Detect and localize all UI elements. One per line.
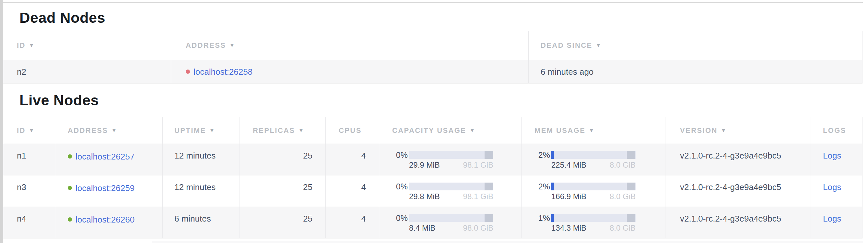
mem-bar-fill xyxy=(551,214,554,222)
node-logs-link[interactable]: Logs xyxy=(823,182,841,192)
sort-desc-icon: ▼ xyxy=(111,127,117,134)
capacity-values-row: 8.4 MiB 98.0 GiB xyxy=(409,224,493,232)
sort-desc-icon: ▼ xyxy=(29,42,34,49)
live-column-header-id[interactable]: ID ▼ xyxy=(3,117,56,143)
dead-column-header-id[interactable]: ID ▼ xyxy=(3,31,171,60)
column-label: ID xyxy=(17,41,26,50)
live-column-header-replicas[interactable]: REPLICAS ▼ xyxy=(240,117,326,143)
capacity-total-value: 98.1 GiB xyxy=(463,161,493,169)
dead-nodes-header-row: ID ▼ ADDRESS ▼ DEAD SINCE ▼ xyxy=(3,31,863,60)
live-nodes-table: ID ▼ ADDRESS ▼ UPTIME ▼ REPLICAS ▼ CPUS xyxy=(3,117,863,239)
mem-bar-row: 1% xyxy=(522,214,665,222)
sort-desc-icon: ▼ xyxy=(29,127,34,134)
sort-desc-icon: ▼ xyxy=(229,42,235,49)
capacity-bar-chart xyxy=(409,151,493,159)
mem-bar-chart xyxy=(551,214,636,222)
dead-column-header-dead-since[interactable]: DEAD SINCE ▼ xyxy=(529,31,863,60)
column-label: VERSION xyxy=(680,126,718,135)
node-address-cell: localhost:26258 xyxy=(171,60,529,83)
capacity-bar-row: 0% xyxy=(379,151,521,159)
node-version-cell: v2.1.0-rc.2-4-g3e9a4e9bc5 xyxy=(665,176,811,207)
node-replicas-cell: 25 xyxy=(240,207,326,238)
mem-values-row: 225.4 MiB 8.0 GiB xyxy=(551,161,636,169)
live-column-header-logs: LOGS xyxy=(811,117,863,143)
live-nodes-header-row: ID ▼ ADDRESS ▼ UPTIME ▼ REPLICAS ▼ CPUS xyxy=(3,117,863,144)
node-cpus-cell: 4 xyxy=(326,144,379,175)
column-label: UPTIME xyxy=(175,126,206,135)
column-label: ID xyxy=(17,126,26,135)
address-wrap: localhost:26257 xyxy=(68,152,134,161)
mem-values-row: 166.9 MiB 8.0 GiB xyxy=(551,192,636,201)
capacity-bar-chart xyxy=(409,214,493,222)
mem-percent-label: 2% xyxy=(522,150,550,160)
capacity-percent-label: 0% xyxy=(379,213,408,223)
live-column-header-capacity-usage[interactable]: CAPACITY USAGE ▼ xyxy=(379,117,522,143)
mem-bar-row: 2% xyxy=(522,151,665,159)
live-column-header-cpus: CPUS xyxy=(326,117,379,143)
column-label: ADDRESS xyxy=(68,126,108,135)
mem-bar-row: 2% xyxy=(522,182,665,190)
live-column-header-version[interactable]: VERSION ▼ xyxy=(665,117,811,143)
node-replicas-cell: 25 xyxy=(240,144,326,175)
mem-percent-label: 2% xyxy=(522,182,550,191)
node-id-cell: n3 xyxy=(3,176,56,207)
node-address-link[interactable]: localhost:26260 xyxy=(75,215,134,224)
capacity-total-value: 98.1 GiB xyxy=(463,192,493,201)
capacity-bar-chart xyxy=(409,183,493,190)
node-address-link[interactable]: localhost:26257 xyxy=(75,152,134,161)
bar-end-cap xyxy=(627,183,635,190)
page-left-gutter xyxy=(0,0,3,243)
node-address-link[interactable]: localhost:26258 xyxy=(193,67,252,77)
live-nodes-section: Live Nodes ID ▼ ADDRESS ▼ UPTIME ▼ REPLI… xyxy=(3,83,863,239)
live-column-header-address[interactable]: ADDRESS ▼ xyxy=(56,117,163,143)
live-column-header-mem-usage[interactable]: MEM USAGE ▼ xyxy=(522,117,665,143)
sort-desc-icon: ▼ xyxy=(209,127,215,134)
live-nodes-title: Live Nodes xyxy=(20,92,99,108)
node-logs-cell: Logs xyxy=(811,207,863,238)
mem-bar-chart xyxy=(551,183,636,190)
capacity-used-value: 29.9 MiB xyxy=(409,161,440,169)
live-node-row: n1 localhost:26257 12 minutes 25 4 0% xyxy=(3,144,863,176)
sort-desc-icon: ▼ xyxy=(589,127,594,134)
node-live-dot-icon xyxy=(68,217,72,221)
sort-desc-icon: ▼ xyxy=(596,42,601,49)
dead-since-cell: 6 minutes ago xyxy=(529,60,863,83)
mem-bar-fill xyxy=(551,183,554,190)
live-column-header-uptime[interactable]: UPTIME ▼ xyxy=(163,117,240,143)
node-address-link[interactable]: localhost:26259 xyxy=(75,183,134,193)
column-label: CAPACITY USAGE xyxy=(392,126,466,135)
node-capacity-usage-cell: 0% 29.8 MiB 98.1 GiB xyxy=(379,176,522,207)
node-id-cell: n1 xyxy=(3,144,56,175)
column-label: DEAD SINCE xyxy=(540,41,592,50)
node-cpus-cell: 4 xyxy=(326,176,379,207)
address-wrap: localhost:26259 xyxy=(68,183,134,193)
address-wrap: localhost:26258 xyxy=(186,67,252,77)
capacity-values-row: 29.8 MiB 98.1 GiB xyxy=(409,192,493,201)
node-uptime-cell: 12 minutes xyxy=(163,176,240,207)
column-label: MEM USAGE xyxy=(534,126,585,135)
node-capacity-usage-cell: 0% 8.4 MiB 98.0 GiB xyxy=(379,207,522,238)
capacity-percent-label: 0% xyxy=(379,150,408,160)
node-logs-link[interactable]: Logs xyxy=(823,151,841,161)
bar-end-cap xyxy=(627,151,635,159)
dead-column-header-address[interactable]: ADDRESS ▼ xyxy=(171,31,529,60)
node-uptime-cell: 12 minutes xyxy=(163,144,240,175)
capacity-bar-row: 0% xyxy=(379,214,521,222)
column-label: LOGS xyxy=(823,126,846,135)
live-node-row: n3 localhost:26259 12 minutes 25 4 0% xyxy=(3,176,863,207)
node-cpus-cell: 4 xyxy=(326,207,379,238)
capacity-percent-label: 0% xyxy=(379,182,408,191)
mem-used-value: 225.4 MiB xyxy=(551,161,586,169)
capacity-values-row: 29.9 MiB 98.1 GiB xyxy=(409,161,493,169)
node-mem-usage-cell: 2% 225.4 MiB 8.0 GiB xyxy=(522,144,665,175)
live-nodes-title-block: Live Nodes xyxy=(3,83,863,117)
column-label: ADDRESS xyxy=(186,41,226,50)
node-mem-usage-cell: 1% 134.3 MiB 8.0 GiB xyxy=(522,207,665,238)
node-logs-link[interactable]: Logs xyxy=(823,214,841,223)
dead-node-row: n2 localhost:26258 6 minutes ago xyxy=(3,60,863,83)
mem-bar-chart xyxy=(551,151,636,159)
node-uptime-cell: 6 minutes xyxy=(163,207,240,238)
node-dead-dot-icon xyxy=(186,70,190,74)
dead-nodes-section: Dead Nodes ID ▼ ADDRESS ▼ DEAD SINCE ▼ n… xyxy=(3,3,863,83)
capacity-used-value: 29.8 MiB xyxy=(409,192,440,201)
